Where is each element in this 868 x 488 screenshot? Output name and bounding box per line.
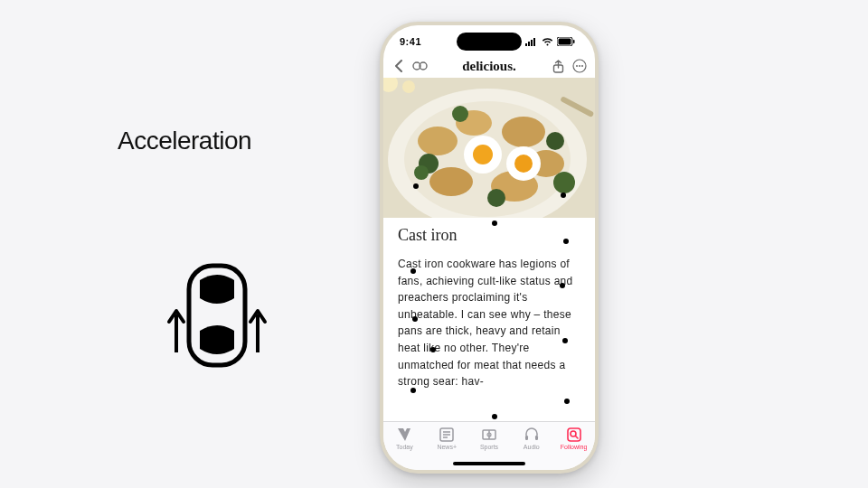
svg-rect-48	[568, 428, 580, 441]
svg-point-34	[487, 189, 505, 207]
publisher-title: delicious.	[434, 59, 544, 74]
motion-cue-dot	[410, 388, 416, 393]
tab-audio[interactable]: Audio	[510, 427, 552, 450]
ellipsis-icon[interactable]	[571, 58, 588, 74]
motion-cue-dot	[560, 283, 565, 288]
svg-rect-9	[573, 40, 575, 43]
svg-point-31	[414, 165, 429, 180]
svg-point-23	[429, 167, 473, 196]
tab-following[interactable]: Following	[552, 427, 595, 450]
svg-point-35	[452, 106, 468, 122]
motion-cue-dot	[492, 414, 497, 419]
article-body: Cast iron Cast iron cookware has legions…	[383, 226, 595, 390]
svg-point-27	[473, 145, 493, 164]
motion-cue-dot	[410, 268, 416, 274]
motion-cue-dot	[562, 338, 568, 343]
svg-rect-3	[525, 43, 527, 46]
phone-mockup: 9:41 delicious.	[380, 22, 599, 474]
motion-cue-dot	[492, 221, 497, 226]
svg-point-22	[502, 117, 545, 147]
svg-point-15	[579, 65, 580, 67]
battery-icon	[557, 37, 575, 46]
motion-cue-dot	[561, 192, 566, 198]
dynamic-island	[457, 33, 522, 51]
svg-point-16	[581, 65, 583, 67]
svg-point-32	[546, 132, 564, 150]
motion-cue-dot	[563, 239, 569, 244]
svg-point-33	[553, 172, 575, 193]
svg-rect-5	[531, 40, 533, 46]
motion-cue-dot	[413, 183, 419, 189]
tab-label: Audio	[524, 444, 540, 450]
wifi-icon	[542, 38, 553, 46]
nav-bar: delicious.	[383, 54, 595, 78]
svg-point-14	[576, 65, 578, 67]
car-acceleration-icon	[158, 262, 276, 371]
motion-cue-dot	[564, 399, 570, 404]
article-text: Cast iron cookware has legions of fans, …	[398, 256, 580, 390]
svg-point-20	[418, 127, 458, 155]
svg-line-50	[575, 436, 578, 439]
share-icon[interactable]	[550, 58, 566, 74]
tab-label: Today	[396, 444, 413, 450]
svg-point-29	[514, 155, 533, 173]
svg-rect-4	[528, 42, 530, 46]
grouped-pages-icon[interactable]	[412, 58, 429, 74]
svg-rect-47	[535, 436, 538, 440]
svg-rect-6	[533, 38, 535, 46]
cellular-icon	[525, 38, 538, 46]
tab-label: Following	[561, 444, 588, 450]
tab-today[interactable]: Today	[383, 427, 426, 450]
back-icon[interactable]	[391, 58, 407, 74]
headline: Acceleration	[118, 127, 353, 155]
status-time: 9:41	[400, 36, 421, 47]
home-indicator[interactable]	[453, 462, 525, 465]
svg-point-38	[402, 80, 415, 93]
tab-newsplus[interactable]: News+	[426, 427, 468, 450]
tab-label: Sports	[480, 444, 498, 450]
tab-label: News+	[437, 444, 457, 450]
article-heading: Cast iron	[398, 226, 580, 245]
svg-rect-46	[525, 436, 528, 440]
phone-screen: 9:41 delicious.	[383, 25, 595, 470]
tab-sports[interactable]: Sports	[468, 427, 511, 450]
motion-cue-dot	[412, 316, 418, 322]
motion-cue-dot	[430, 347, 436, 352]
svg-rect-8	[559, 39, 571, 45]
